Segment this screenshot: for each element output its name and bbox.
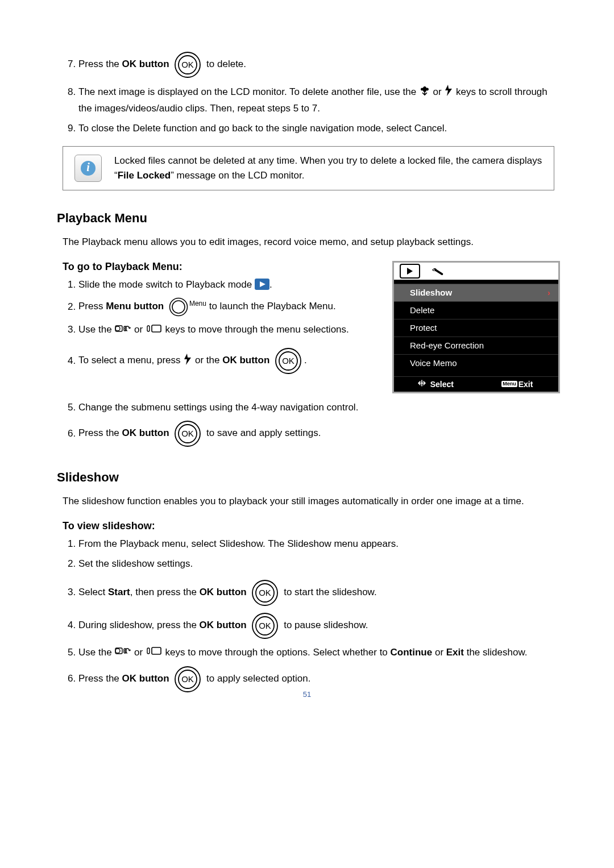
ss-step-1: From the Playback menu, select Slideshow…	[78, 537, 554, 551]
ok-button-icon: OK	[275, 347, 302, 375]
svg-rect-22	[115, 649, 120, 653]
ok-button-icon: OK	[174, 51, 201, 78]
info-icon: i	[74, 155, 102, 182]
svg-point-4	[172, 301, 185, 313]
svg-rect-8	[147, 326, 150, 331]
camera-menu-screenshot: Slideshow › Delete Protect Red-eye Corre…	[392, 261, 560, 393]
ok-button-icon: OK	[251, 612, 279, 639]
settings-tab-icon	[430, 265, 445, 277]
step-7-prefix: Press the	[78, 59, 122, 69]
playback-steps: Slide the mode switch to Playback mode .…	[63, 277, 371, 375]
svg-rect-5	[115, 326, 120, 331]
step-7: Press the OK button OK to delete.	[78, 51, 554, 78]
page-number: 51	[0, 690, 614, 699]
menu-button-icon	[169, 297, 188, 317]
to-view-heading: To view slideshow:	[63, 520, 554, 532]
menu-label: Menu	[189, 300, 206, 308]
display-down-icon	[146, 645, 162, 660]
slideshow-intro: The slideshow function enables you to pl…	[63, 494, 554, 509]
camera-row-slideshow: Slideshow ›	[394, 284, 558, 301]
display-down-icon	[146, 323, 162, 338]
menu-tag: Menu	[501, 381, 517, 387]
camera-row-protect: Protect	[394, 319, 558, 337]
pb-step-5: Change the submenu settings using the 4-…	[78, 400, 554, 415]
flash-right-icon	[183, 353, 192, 370]
note-box: i Locked files cannot be deleted at any …	[63, 146, 554, 191]
svg-rect-9	[152, 325, 161, 332]
camera-row-delete: Delete	[394, 301, 558, 319]
ok-button-icon: OK	[251, 579, 279, 607]
camera-row-voicememo: Voice Memo	[394, 354, 558, 372]
slideshow-steps: From the Playback menu, select Slideshow…	[63, 537, 554, 693]
step-9: To close the Delete function and go back…	[78, 121, 554, 136]
ok-button-icon: OK	[174, 666, 201, 693]
playback-steps-cont: Change the submenu settings using the 4-…	[63, 400, 554, 448]
svg-rect-26	[152, 647, 161, 654]
ss-step-6: Press the OK button OK to apply selected…	[78, 666, 554, 693]
playback-tab-icon	[400, 264, 420, 279]
svg-rect-25	[147, 648, 150, 654]
navigate-icon	[417, 379, 427, 389]
flash-right-icon	[444, 84, 453, 101]
playback-menu-heading: Playback Menu	[57, 211, 554, 226]
step-7-suffix: to delete.	[206, 59, 246, 69]
ss-step-2: Set the slideshow settings.	[78, 556, 554, 571]
pb-step-3: Use the or keys to move through the menu…	[78, 322, 371, 337]
camera-row-redeye: Red-eye Correction	[394, 337, 558, 354]
step-8-prefix: The next image is displayed on the LCD m…	[78, 86, 419, 97]
svg-text:OK: OK	[282, 356, 294, 366]
pb-step-4: To select a menu, press or the OK button…	[78, 347, 371, 375]
note-text: Locked files cannot be deleted at any ti…	[114, 153, 542, 184]
ss-step-3: Select Start, then press the OK button O…	[78, 579, 554, 607]
ss-step-4: During slideshow, press the OK button OK…	[78, 612, 554, 639]
ok-button-icon: OK	[174, 420, 201, 447]
svg-text:OK: OK	[182, 674, 194, 684]
step-8: The next image is displayed on the LCD m…	[78, 84, 554, 115]
macro-down-icon	[419, 85, 430, 101]
playback-menu-intro: The Playback menu allows you to edit ima…	[63, 235, 554, 250]
svg-text:OK: OK	[182, 429, 194, 438]
svg-text:OK: OK	[259, 588, 272, 597]
pb-step-2: Press Menu button Menu to launch the Pla…	[78, 297, 371, 317]
chevron-right-icon: ›	[547, 288, 550, 297]
delete-steps-continued: Press the OK button OK to delete. The ne…	[63, 51, 554, 136]
step-8-mid: or	[430, 86, 445, 97]
svg-text:OK: OK	[259, 621, 272, 630]
slideshow-heading: Slideshow	[57, 470, 554, 485]
focus-up-icon	[115, 645, 131, 660]
svg-text:OK: OK	[182, 60, 194, 69]
focus-up-icon	[115, 323, 131, 338]
pb-step-6: Press the OK button OK to save and apply…	[78, 420, 554, 447]
ss-step-5: Use the or keys to move through the opti…	[78, 645, 554, 660]
step-7-bold: OK button	[122, 59, 169, 69]
camera-status-bar: Select Menu Exit	[394, 376, 558, 392]
playback-mode-icon	[255, 279, 269, 290]
camera-tabs	[394, 263, 558, 280]
pb-step-1: Slide the mode switch to Playback mode .	[78, 277, 371, 292]
to-go-heading: To go to Playback Menu:	[63, 261, 371, 273]
